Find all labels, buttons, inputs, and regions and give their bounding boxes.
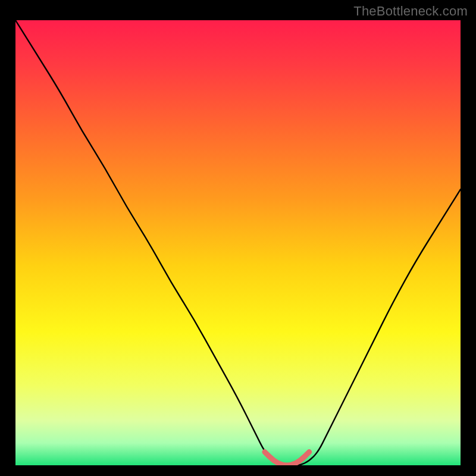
plot-area	[15, 20, 461, 465]
watermark-text: TheBottleneck.com	[353, 4, 468, 19]
chart-frame: TheBottleneck.com	[0, 0, 476, 476]
bottleneck-chart	[15, 20, 461, 465]
